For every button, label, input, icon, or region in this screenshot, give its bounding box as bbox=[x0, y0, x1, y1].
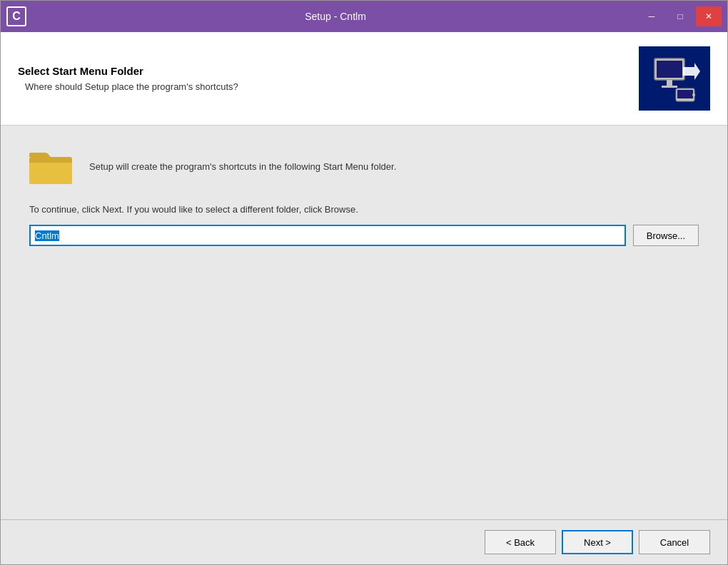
svg-rect-6 bbox=[677, 90, 693, 98]
folder-name-input[interactable] bbox=[29, 225, 626, 246]
header-icon bbox=[639, 46, 710, 111]
cancel-button[interactable]: Cancel bbox=[639, 530, 710, 554]
intro-text: Setup will create the program's shortcut… bbox=[89, 160, 396, 174]
page-title: Select Start Menu Folder bbox=[18, 65, 238, 77]
maximize-button[interactable]: □ bbox=[667, 6, 693, 26]
titlebar: C Setup - Cntlm ─ □ ✕ bbox=[1, 1, 727, 32]
svg-marker-4 bbox=[683, 63, 700, 80]
svg-rect-1 bbox=[657, 61, 682, 78]
intro-row: Setup will create the program's shortcut… bbox=[29, 147, 699, 187]
input-row: Browse... bbox=[29, 225, 699, 246]
computer-icon bbox=[649, 53, 700, 104]
svg-rect-2 bbox=[667, 80, 672, 86]
svg-rect-10 bbox=[29, 160, 72, 163]
folder-icon bbox=[29, 147, 75, 187]
svg-rect-3 bbox=[662, 86, 677, 88]
main-content: Setup will create the program's shortcut… bbox=[1, 126, 727, 519]
page-subtitle: Where should Setup place the program's s… bbox=[18, 81, 238, 92]
footer: < Back Next > Cancel bbox=[1, 519, 727, 564]
header-text: Select Start Menu Folder Where should Se… bbox=[18, 65, 238, 92]
svg-point-7 bbox=[692, 93, 695, 96]
window-title: Setup - Cntlm bbox=[32, 11, 639, 22]
svg-rect-9 bbox=[29, 160, 72, 184]
instruction-text: To continue, click Next. If you would li… bbox=[29, 204, 699, 215]
header-section: Select Start Menu Folder Where should Se… bbox=[1, 32, 727, 126]
close-button[interactable]: ✕ bbox=[696, 6, 722, 26]
back-button[interactable]: < Back bbox=[485, 530, 556, 554]
window-controls: ─ □ ✕ bbox=[639, 6, 722, 26]
app-logo: C bbox=[6, 6, 26, 26]
setup-window: C Setup - Cntlm ─ □ ✕ Select Start Menu … bbox=[0, 0, 728, 565]
next-button[interactable]: Next > bbox=[562, 530, 633, 554]
minimize-button[interactable]: ─ bbox=[639, 6, 664, 26]
browse-button[interactable]: Browse... bbox=[633, 225, 699, 246]
